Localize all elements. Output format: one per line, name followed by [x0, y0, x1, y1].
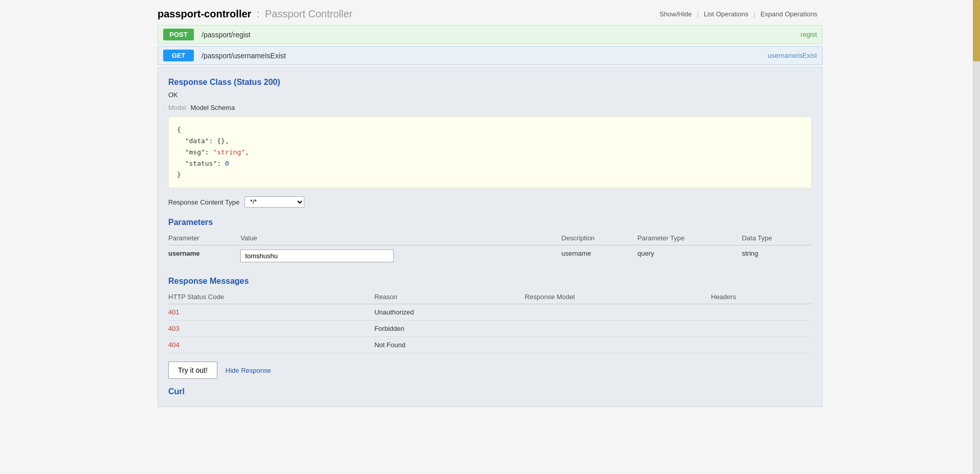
response-row-404: 404 Not Found	[168, 337, 812, 353]
colon-separator: :	[254, 8, 262, 19]
response-messages-title: Response Messages	[168, 277, 812, 286]
parameters-table: Parameter Value Description Parameter Ty…	[168, 232, 812, 266]
get-endpoint-row[interactable]: GET /passport/usernameIsExist usernameIs…	[158, 46, 822, 65]
param-col-parameter: Parameter	[168, 232, 240, 245]
header-actions: Show/Hide | List Operations | Expand Ope…	[655, 10, 822, 18]
json-data-key: "data": {},	[185, 137, 229, 145]
model-schema-link[interactable]: Model Schema	[190, 104, 235, 111]
param-row: username username query string	[168, 245, 812, 267]
controller-name: passport-controller	[158, 8, 251, 19]
content-type-label: Response Content Type	[168, 198, 239, 206]
response-col-code: HTTP Status Code	[168, 291, 374, 304]
json-open-brace: {	[177, 126, 181, 133]
param-col-description: Description	[562, 232, 638, 245]
curl-title: Curl	[168, 387, 812, 396]
json-schema-block: { "data": {}, "msg": "string", "status":…	[168, 117, 812, 188]
response-col-model: Response Model	[525, 291, 711, 304]
json-status-value: 0	[225, 160, 229, 167]
post-endpoint-path: /passport/regist	[194, 31, 800, 39]
status-code-401: 401	[168, 304, 374, 321]
content-type-select[interactable]: */* application/json text/plain	[244, 196, 304, 208]
param-datatype: string	[742, 245, 812, 267]
headers-403	[711, 321, 812, 337]
status-code-403: 403	[168, 321, 374, 337]
post-method-badge: POST	[163, 29, 194, 40]
params-header-row: Parameter Value Description Parameter Ty…	[168, 232, 812, 245]
reason-404: Not Found	[374, 337, 525, 353]
curl-section: Curl	[168, 387, 812, 396]
response-class-title: Response Class (Status 200)	[168, 78, 812, 87]
model-403	[525, 321, 711, 337]
response-status-ok: OK	[168, 91, 812, 99]
expand-operations-link[interactable]: Expand Operations	[755, 10, 822, 18]
status-code-404: 404	[168, 337, 374, 353]
controller-subtitle: Passport Controller	[265, 8, 352, 19]
page-wrapper: passport-controller : Passport Controlle…	[0, 0, 980, 474]
param-description: username	[562, 245, 638, 267]
reason-403: Forbidden	[374, 321, 525, 337]
json-status-key: "status": 0	[185, 160, 229, 167]
content-panel: Response Class (Status 200) OK Model Mod…	[158, 67, 822, 407]
headers-404	[711, 337, 812, 353]
model-row: Model Model Schema	[168, 104, 812, 111]
json-msg-value: "string"	[213, 148, 245, 156]
model-401	[525, 304, 711, 321]
json-close-brace: }	[177, 171, 181, 178]
scrollbar-thumb[interactable]	[973, 0, 980, 61]
hide-response-link[interactable]: Hide Response	[226, 367, 271, 374]
get-endpoint-name: usernameIsExist	[768, 52, 817, 59]
response-col-headers: Headers	[711, 291, 812, 304]
response-messages-table: HTTP Status Code Reason Response Model H…	[168, 291, 812, 353]
reason-401: Unauthorized	[374, 304, 525, 321]
response-col-reason: Reason	[374, 291, 525, 304]
param-name: username	[168, 245, 240, 267]
try-it-row: Try it out! Hide Response	[168, 362, 812, 379]
param-col-value: Value	[240, 232, 561, 245]
headers-401	[711, 304, 812, 321]
param-col-type: Parameter Type	[637, 232, 742, 245]
post-endpoint-name: regist	[800, 31, 817, 38]
model-label: Model	[168, 104, 186, 111]
controller-title: passport-controller : Passport Controlle…	[158, 8, 352, 20]
param-type: query	[637, 245, 742, 267]
controller-header: passport-controller : Passport Controlle…	[158, 5, 822, 25]
post-endpoint-row[interactable]: POST /passport/regist regist	[158, 25, 822, 44]
scrollbar[interactable]	[973, 0, 980, 474]
main-content: passport-controller : Passport Controlle…	[158, 0, 822, 407]
model-404	[525, 337, 711, 353]
show-hide-link[interactable]: Show/Hide	[655, 10, 697, 18]
response-row-401: 401 Unauthorized	[168, 304, 812, 321]
content-type-row: Response Content Type */* application/js…	[168, 196, 812, 208]
response-row-403: 403 Forbidden	[168, 321, 812, 337]
param-col-datatype: Data Type	[742, 232, 812, 245]
parameters-title: Parameters	[168, 218, 812, 227]
param-value-cell	[240, 245, 561, 267]
get-endpoint-path: /passport/usernameIsExist	[194, 52, 768, 60]
response-header-row: HTTP Status Code Reason Response Model H…	[168, 291, 812, 304]
list-operations-link[interactable]: List Operations	[699, 10, 753, 18]
param-value-input[interactable]	[240, 250, 394, 262]
try-it-out-button[interactable]: Try it out!	[168, 362, 217, 379]
get-method-badge: GET	[163, 50, 194, 61]
json-msg-key: "msg": "string",	[185, 148, 249, 156]
